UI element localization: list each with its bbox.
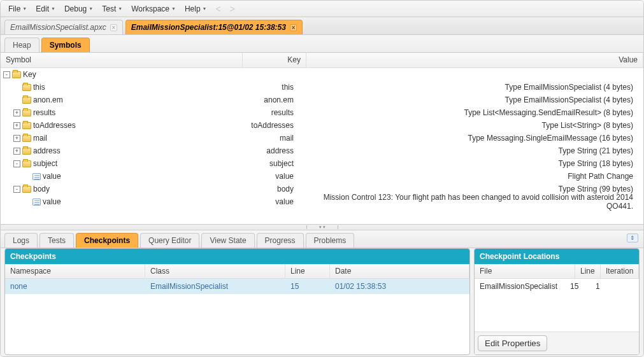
- tree-row[interactable]: thisthisType EmailMissionSpecialist (4 b…: [1, 81, 643, 94]
- col-value[interactable]: Value: [306, 53, 643, 67]
- col-key[interactable]: Key: [243, 53, 306, 67]
- col-date[interactable]: Date: [330, 264, 469, 278]
- folder-icon: [12, 71, 21, 78]
- subtab-symbols[interactable]: Symbols: [41, 38, 90, 52]
- tree-symbol-label: value: [43, 197, 61, 206]
- tree-symbol-label: body: [33, 185, 50, 193]
- tree-row[interactable]: +resultsresultsType List<Messaging.SendE…: [1, 106, 643, 119]
- caret-icon: ▼: [171, 6, 176, 11]
- tree-symbol-cell: +results: [3, 108, 243, 117]
- tree-key-cell: subject: [243, 159, 306, 168]
- bottab-queryeditor[interactable]: Query Editor: [140, 233, 199, 248]
- tree-value-cell: Type Messaging.SingleEmailMessage (16 by…: [306, 134, 641, 143]
- menu-workspace[interactable]: Workspace ▼: [127, 3, 180, 15]
- menu-help[interactable]: Help ▼: [181, 3, 211, 15]
- tree-symbol-cell: +toAddresses: [3, 121, 243, 130]
- tree-value-cell: Flight Path Change: [306, 172, 641, 181]
- tree-key-cell: value: [243, 172, 306, 181]
- tree-row[interactable]: +mailmailType Messaging.SingleEmailMessa…: [1, 132, 643, 144]
- tree-row[interactable]: anon.emanon.emType EmailMissionSpecialis…: [1, 94, 643, 106]
- cell-file: EmailMissionSpecialist: [480, 282, 570, 291]
- folder-icon: [22, 97, 31, 104]
- menu-debug[interactable]: Debug ▼: [61, 3, 97, 15]
- tree-symbol-cell: anon.em: [3, 95, 243, 104]
- folder-icon: [22, 84, 31, 91]
- expand-icon[interactable]: +: [13, 122, 20, 129]
- expand-icon[interactable]: +: [13, 109, 20, 116]
- expand-icon[interactable]: +: [13, 148, 20, 155]
- tree-symbol-label: subject: [33, 159, 57, 168]
- tree-row[interactable]: +toAddressestoAddressesType List<String>…: [1, 119, 643, 132]
- cell-iter: 1: [596, 282, 634, 291]
- bottab-tests[interactable]: Tests: [39, 233, 74, 248]
- tab-file[interactable]: EmailMissionSpecialist.apxc ×: [4, 20, 123, 34]
- folder-icon: [22, 135, 31, 142]
- bottab-problems[interactable]: Problems: [306, 233, 355, 248]
- cell-line: 15: [290, 282, 335, 291]
- collapse-icon[interactable]: -: [3, 71, 10, 78]
- expand-panel-icon[interactable]: ⇕: [627, 234, 638, 242]
- folder-icon: [22, 148, 31, 155]
- col-line[interactable]: Line: [575, 264, 601, 278]
- bottab-viewstate[interactable]: View State: [201, 233, 254, 248]
- col-symbol[interactable]: Symbol: [1, 53, 243, 67]
- location-row[interactable]: EmailMissionSpecialist 15 1: [475, 279, 639, 294]
- checkpoint-row[interactable]: none EmailMissionSpecialist 15 01/02 15:…: [5, 279, 469, 294]
- bottab-checkpoints[interactable]: Checkpoints: [76, 233, 138, 248]
- leaf-icon: [32, 199, 41, 206]
- tree-key-cell: mail: [243, 134, 306, 143]
- menu-test[interactable]: Test ▼: [98, 3, 126, 15]
- tree-symbol-cell: -Key: [3, 70, 243, 79]
- caret-icon: ▼: [89, 6, 93, 11]
- cell-class: EmailMissionSpecialist: [150, 282, 290, 291]
- tab-checkpoint[interactable]: EmailMissionSpecialist:15@01/02 15:38:53…: [125, 20, 303, 34]
- tree-symbol-label: anon.em: [33, 95, 63, 104]
- tree-value-cell: Type List<String> (8 bytes): [306, 121, 641, 130]
- checkpoints-panel: Checkpoints Namespace Class Line Date no…: [4, 248, 470, 355]
- menu-file[interactable]: File ▼: [4, 3, 31, 15]
- tree-symbol-label: toAddresses: [33, 121, 76, 130]
- close-icon[interactable]: ×: [290, 24, 297, 31]
- menu-edit[interactable]: Edit ▼: [32, 3, 59, 15]
- edit-properties-button[interactable]: Edit Properties: [478, 335, 547, 351]
- tree-symbol-cell: +address: [3, 146, 243, 155]
- tree-row[interactable]: -subjectsubjectType String (18 bytes): [1, 157, 643, 170]
- expand-icon[interactable]: +: [13, 135, 20, 142]
- tree-value-cell: Type List<Messaging.SendEmailResult> (8 …: [306, 108, 641, 117]
- tree-symbol-label: results: [33, 108, 55, 117]
- bottab-progress[interactable]: Progress: [257, 233, 304, 248]
- tree-row[interactable]: valuevalueFlight Path Change: [1, 170, 643, 183]
- bottom-tabbar: Logs Tests Checkpoints Query Editor View…: [1, 230, 643, 248]
- col-line[interactable]: Line: [285, 264, 330, 278]
- col-namespace[interactable]: Namespace: [5, 264, 145, 278]
- tree-row[interactable]: -Key: [1, 68, 643, 81]
- tree-key-cell: address: [243, 146, 306, 155]
- tree-row[interactable]: valuevalueMission Control 123: Your flig…: [1, 195, 643, 208]
- col-iteration[interactable]: Iteration: [601, 264, 639, 278]
- bottab-logs[interactable]: Logs: [4, 233, 38, 248]
- symbols-tree[interactable]: -KeythisthisType EmailMissionSpecialist …: [1, 68, 643, 224]
- tree-symbol-label: Key: [23, 70, 36, 79]
- cell-namespace: none: [10, 282, 150, 291]
- tree-symbol-label: value: [43, 172, 61, 181]
- tree-row[interactable]: +addressaddressType String (21 bytes): [1, 144, 643, 157]
- caret-icon: ▼: [51, 6, 55, 11]
- menubar: File ▼ Edit ▼ Debug ▼ Test ▼ Workspace ▼…: [1, 1, 643, 17]
- tree-symbol-cell: value: [3, 172, 243, 181]
- locations-body: EmailMissionSpecialist 15 1: [475, 279, 639, 332]
- folder-icon: [22, 122, 31, 129]
- collapse-icon[interactable]: -: [13, 160, 20, 167]
- col-file[interactable]: File: [475, 264, 575, 278]
- horizontal-splitter[interactable]: ▾▾: [1, 224, 643, 230]
- col-class[interactable]: Class: [145, 264, 285, 278]
- checkpoint-locations-panel: Checkpoint Locations File Line Iteration…: [474, 248, 640, 355]
- tree-key-cell: this: [243, 83, 306, 92]
- collapse-icon[interactable]: -: [13, 186, 20, 193]
- caret-icon: ▼: [203, 6, 207, 11]
- close-icon[interactable]: ×: [110, 24, 117, 31]
- tree-key-cell: results: [243, 108, 306, 117]
- symbols-grid-header: Symbol Key Value: [1, 53, 643, 68]
- subtab-heap[interactable]: Heap: [4, 38, 39, 52]
- panel-title: Checkpoint Locations: [475, 249, 639, 264]
- tree-symbol-cell: +mail: [3, 134, 243, 143]
